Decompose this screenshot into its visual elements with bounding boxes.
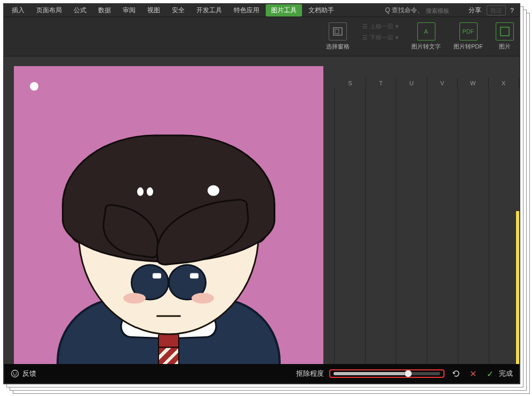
ribbon-toolbar: 选择窗格 ☰ 上移一层▾ ☰ 下移一层▾ A 图 [4,17,519,56]
confirm-button[interactable]: ✓ [484,368,496,379]
handle-dot[interactable] [30,82,38,91]
ribbon-menu: 插入 页面布局 公式 数据 审阅 视图 安全 开发工具 特色应用 图片工具 文档… [4,4,519,17]
svg-point-4 [13,373,14,374]
img-to-text-button[interactable]: A 图片转文字 [411,22,441,51]
menu-data[interactable]: 数据 [93,4,116,17]
comment-disabled: 批注 [487,5,506,15]
selection-edge-marker [516,211,519,364]
cartoon-avatar [54,117,283,364]
svg-rect-2 [501,27,509,36]
feedback-icon [11,369,19,378]
column-headers: S T U V W X [335,78,519,88]
select-pane-button[interactable]: 选择窗格 [326,22,350,51]
slider-fill [334,372,408,375]
command-search[interactable]: Q 查找命令、 [385,6,464,15]
col-header[interactable]: X [489,78,520,88]
bottom-bar: 反馈 抠除程度 ✕ ✓ 完成 [4,364,519,383]
menu-formula[interactable]: 公式 [68,4,92,17]
slider-knob[interactable] [404,370,412,377]
img-to-text-label: 图片转文字 [411,43,441,51]
editor-canvas-area: S T U V W X [4,56,519,364]
menu-special-apps[interactable]: 特色应用 [228,4,265,17]
svg-point-5 [16,373,17,374]
col-header[interactable]: S [335,78,366,88]
layer-order-group: ☰ 上移一层▾ ☰ 下移一层▾ [362,22,399,51]
feedback-button[interactable]: 反馈 [11,369,36,378]
search-prefix: Q 查找命令、 [385,6,424,15]
bring-forward: ☰ 上移一层▾ [362,22,399,30]
menu-page-layout[interactable]: 页面布局 [31,4,67,17]
up-icon: ☰ [362,23,368,30]
help-button[interactable]: ? [507,7,517,14]
img-to-pdf-label: 图片转PDF [454,43,483,51]
removal-degree-highlight [329,369,444,378]
app-window: 插入 页面布局 公式 数据 审阅 视图 安全 开发工具 特色应用 图片工具 文档… [4,4,519,383]
img-more-icon [496,22,514,41]
img-more-button[interactable]: 图片 [496,22,514,51]
image-being-edited[interactable] [14,66,323,364]
share-button[interactable]: 分享 [464,4,486,17]
menu-review[interactable]: 审阅 [117,4,141,17]
img-to-pdf-button[interactable]: PDF 图片转PDF [454,22,483,51]
down-icon: ☰ [362,34,368,41]
select-pane-icon [329,22,347,41]
img-to-pdf-icon: PDF [459,22,478,41]
cancel-button[interactable]: ✕ [467,368,479,379]
select-pane-label: 选择窗格 [326,43,350,51]
img-more-label: 图片 [499,43,511,51]
col-header[interactable]: T [366,78,397,88]
svg-rect-0 [334,28,342,35]
removal-degree-label: 抠除程度 [296,369,324,378]
undo-button[interactable] [450,368,462,379]
stacked-paper-frame: 插入 页面布局 公式 数据 审阅 视图 安全 开发工具 特色应用 图片工具 文档… [0,0,532,396]
menu-dev-tools[interactable]: 开发工具 [191,4,227,17]
menu-insert[interactable]: 插入 [6,4,30,17]
svg-rect-1 [335,29,339,34]
col-header[interactable]: U [396,78,427,88]
menu-security[interactable]: 安全 [166,4,190,17]
done-label: 完成 [499,369,513,378]
search-input[interactable] [426,7,463,14]
img-to-text-icon: A [417,22,435,41]
menu-picture-tools[interactable]: 图片工具 [266,4,302,17]
svg-point-3 [12,370,19,377]
menu-doc-helper[interactable]: 文档助手 [303,4,339,17]
feedback-label: 反馈 [22,369,36,378]
spreadsheet-grid [334,88,519,364]
send-backward: ☰ 下移一层▾ [362,34,399,42]
menu-view[interactable]: 视图 [142,4,165,17]
col-header[interactable]: W [458,78,489,88]
col-header[interactable]: V [427,78,458,88]
removal-degree-slider[interactable] [334,372,440,375]
